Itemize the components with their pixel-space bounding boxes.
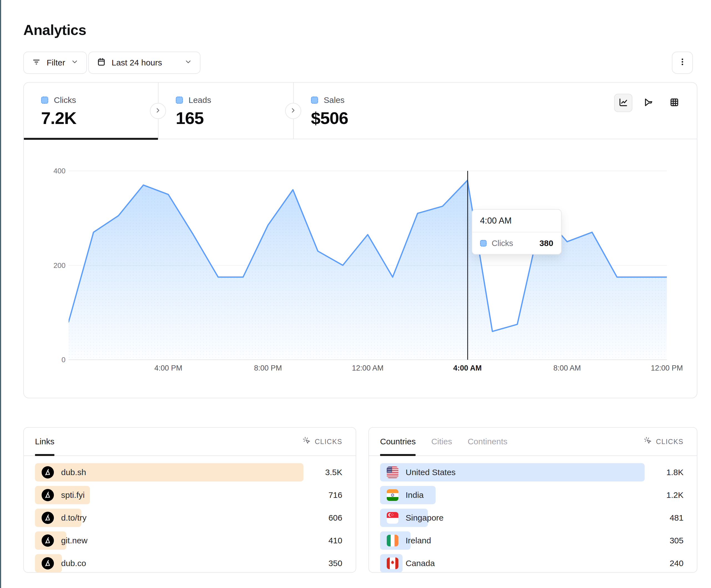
y-axis-label: 400 — [32, 167, 66, 175]
hover-crosshair — [467, 171, 468, 360]
link-row[interactable]: dub.sh 3.5K — [35, 463, 342, 481]
flag-sg-icon — [387, 512, 398, 524]
row-label: Canada — [406, 559, 435, 568]
x-axis-label: 12:00 PM — [651, 364, 683, 372]
table-view-button[interactable] — [665, 94, 684, 112]
funnel-view-button[interactable] — [640, 94, 658, 112]
row-value: 3.5K — [303, 468, 342, 477]
tooltip-row: Clicks 380 — [472, 232, 561, 254]
links-metric[interactable]: CLICKS — [303, 436, 342, 447]
links-panel: Links CLICKS dub.sh — [23, 427, 356, 573]
chevron-down-icon — [71, 58, 79, 68]
row-content: git.new — [35, 532, 87, 550]
funnel-icon — [644, 97, 654, 109]
filter-button[interactable]: Filter — [23, 51, 87, 74]
row-label: spti.fyi — [61, 490, 85, 500]
stat-value: 165 — [176, 108, 293, 128]
country-row[interactable]: Canada 240 — [380, 554, 684, 572]
link-row[interactable]: spti.fyi 716 — [35, 486, 342, 504]
tab-clicks[interactable]: Clicks 7.2K — [24, 83, 158, 139]
bar-area: git.new — [35, 532, 303, 550]
dub-logo-icon — [42, 535, 54, 547]
row-label: dub.sh — [61, 468, 86, 477]
metric-label: CLICKS — [656, 438, 684, 446]
geo-panel: Countries Cities Continents CLICKS — [368, 427, 697, 573]
country-row[interactable]: Singapore 481 — [380, 509, 684, 527]
calendar-icon — [96, 57, 106, 68]
row-label: United States — [406, 468, 456, 477]
flag-ie-icon — [387, 535, 398, 546]
filter-button-label: Filter — [47, 58, 65, 67]
country-row[interactable]: India 1.2K — [380, 486, 684, 504]
analytics-card: Clicks 7.2K Leads 165 — [23, 82, 697, 398]
bar-area: Singapore — [380, 509, 645, 527]
row-label: dub.co — [61, 559, 86, 568]
geo-metric[interactable]: CLICKS — [644, 436, 684, 447]
row-content: Canada — [380, 554, 435, 572]
sales-swatch-icon — [311, 96, 318, 104]
country-row[interactable]: United States 1.8K — [380, 463, 684, 481]
link-row[interactable]: git.new 410 — [35, 532, 342, 550]
line-chart-icon — [618, 97, 628, 109]
tooltip-time: 4:00 AM — [472, 210, 561, 232]
row-label: git.new — [61, 536, 87, 545]
chevron-right-icon — [289, 107, 297, 115]
row-label: d.to/try — [61, 513, 87, 523]
stat-label: Clicks — [54, 95, 76, 105]
flag-ca-icon — [387, 558, 398, 569]
links-list: dub.sh 3.5K spti.fyi 716 — [35, 463, 342, 577]
clicks-swatch-icon — [41, 96, 48, 104]
expand-clicks-button[interactable] — [150, 103, 166, 119]
tab-sales[interactable]: Sales $506 — [294, 83, 438, 139]
expand-leads-button[interactable] — [285, 103, 301, 119]
row-content: dub.co — [35, 554, 86, 572]
link-row[interactable]: dub.co 350 — [35, 554, 342, 572]
tab-countries[interactable]: Countries — [380, 428, 416, 455]
chart-tooltip: 4:00 AM Clicks 380 — [472, 209, 562, 255]
row-value: 481 — [645, 513, 684, 523]
row-value: 716 — [303, 490, 342, 500]
stat-value: $506 — [311, 108, 438, 128]
cursor-click-icon — [303, 436, 311, 447]
stat-label: Sales — [324, 95, 345, 105]
row-label: India — [406, 490, 424, 500]
date-range-button[interactable]: Last 24 hours — [88, 51, 200, 74]
row-value: 305 — [645, 536, 684, 545]
row-content: Singapore — [380, 509, 444, 527]
x-axis-label: 8:00 PM — [254, 364, 282, 372]
table-icon — [669, 97, 680, 109]
row-content: spti.fyi — [35, 486, 85, 504]
tooltip-value: 380 — [539, 239, 553, 248]
x-axis-label: 12:00 AM — [352, 364, 383, 372]
row-content: dub.sh — [35, 463, 86, 481]
tab-leads[interactable]: Leads 165 — [158, 83, 293, 139]
line-chart-view-button[interactable] — [614, 94, 632, 112]
row-value: 1.8K — [645, 468, 684, 477]
bar-area: Ireland — [380, 532, 645, 550]
row-label: Singapore — [406, 513, 444, 523]
geo-list: United States 1.8K India 1.2K — [380, 463, 684, 577]
window-edge — [0, 0, 1, 588]
row-value: 350 — [303, 559, 342, 568]
tab-links[interactable]: Links — [35, 428, 55, 455]
bar-area: dub.co — [35, 554, 303, 572]
chevron-right-icon — [154, 107, 161, 115]
leads-swatch-icon — [176, 96, 183, 104]
dub-logo-icon — [42, 557, 54, 569]
tab-continents[interactable]: Continents — [468, 428, 507, 455]
tab-cities[interactable]: Cities — [431, 428, 452, 455]
country-row[interactable]: Ireland 305 — [380, 532, 684, 550]
more-options-button[interactable] — [672, 51, 693, 74]
flag-us-icon — [387, 467, 398, 478]
dub-logo-icon — [42, 466, 54, 478]
y-axis-label: 200 — [32, 261, 66, 270]
filter-lines-icon — [31, 57, 41, 68]
cursor-click-icon — [644, 436, 652, 447]
y-axis-label: 0 — [32, 356, 66, 364]
link-row[interactable]: d.to/try 606 — [35, 509, 342, 527]
dub-logo-icon — [42, 489, 54, 501]
tab-label: Cities — [431, 437, 452, 446]
kebab-menu-icon — [678, 57, 687, 68]
geo-panel-header: Countries Cities Continents CLICKS — [369, 428, 697, 456]
clicks-area-chart[interactable] — [69, 171, 667, 360]
